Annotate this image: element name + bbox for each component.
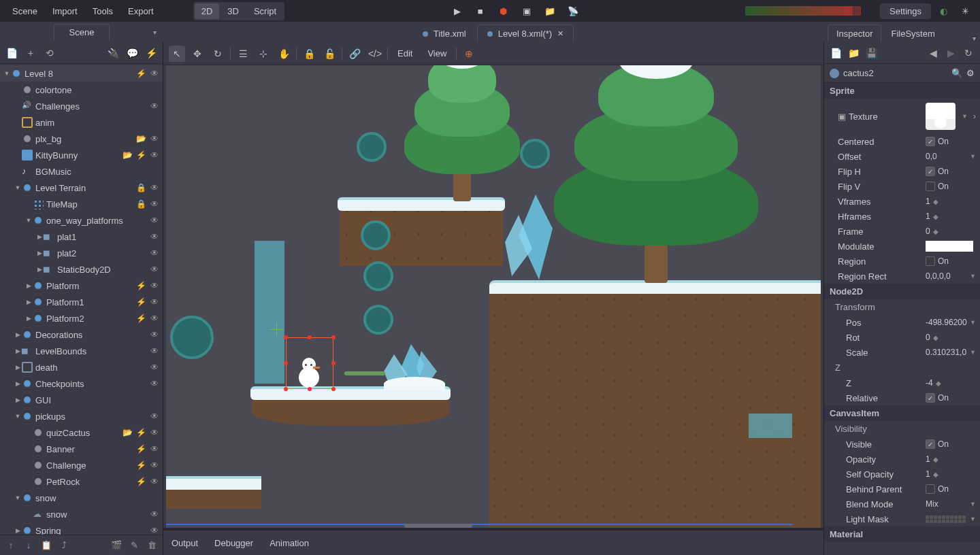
save-resource-icon[interactable]: 💾 bbox=[865, 47, 877, 59]
eye-icon[interactable]: 👁 bbox=[149, 215, 160, 226]
scene-tree[interactable]: ▼Level 8⚡👁colortone🔊Challenges👁animplx_b… bbox=[0, 64, 163, 535]
checkbox[interactable] bbox=[926, 256, 935, 266]
eye-icon[interactable]: 👁 bbox=[149, 346, 160, 356]
code-tool-icon[interactable]: </> bbox=[367, 46, 383, 62]
viewport-h-scrollbar[interactable] bbox=[404, 524, 472, 528]
texture-dropdown-icon[interactable]: ▼ bbox=[962, 113, 968, 120]
spinner-icon[interactable]: ◆ bbox=[936, 380, 941, 387]
tab-title-xml[interactable]: Title.xml bbox=[413, 25, 476, 42]
tree-node-banner[interactable]: Banner⚡👁 bbox=[0, 441, 163, 457]
prop-value[interactable]: 1 bbox=[926, 454, 930, 464]
menu-scene[interactable]: Scene bbox=[5, 3, 44, 19]
rotate-tool-icon[interactable]: ↻ bbox=[210, 46, 226, 62]
delete-icon[interactable]: 🗑 bbox=[145, 539, 159, 552]
dropdown-arrow-icon[interactable]: ▼ bbox=[970, 501, 976, 507]
eye-icon[interactable]: 👁 bbox=[149, 411, 160, 422]
anchor-tool-icon[interactable]: ⊕ bbox=[461, 46, 477, 62]
history-back-icon[interactable]: ◀ bbox=[927, 47, 939, 59]
dropdown-arrow-icon[interactable]: ▼ bbox=[970, 273, 976, 280]
tree-node-petrock[interactable]: PetRock⚡👁 bbox=[0, 473, 163, 490]
expand-arrow[interactable]: ▼ bbox=[3, 70, 11, 77]
stop-icon[interactable]: ■ bbox=[471, 3, 490, 19]
tree-node-level-8[interactable]: ▼Level 8⚡👁 bbox=[0, 65, 163, 82]
play-scene-icon[interactable]: ▣ bbox=[517, 3, 536, 19]
tree-node-bgmusic[interactable]: ♪BGMusic bbox=[0, 163, 163, 180]
eye-icon[interactable]: 👁 bbox=[149, 133, 160, 144]
tree-node-platform[interactable]: ▶Platform⚡👁 bbox=[0, 278, 163, 294]
html5-icon[interactable]: ⬢ bbox=[494, 3, 513, 19]
tree-node-challenge[interactable]: Challenge⚡👁 bbox=[0, 457, 163, 473]
script-icon[interactable]: ⚡ bbox=[135, 68, 146, 79]
eye-icon[interactable]: 👁 bbox=[149, 150, 160, 161]
tree-node-anim[interactable]: anim bbox=[0, 114, 163, 131]
light-mask-grid[interactable] bbox=[926, 516, 966, 523]
search-icon[interactable]: 🔍 bbox=[951, 68, 962, 78]
clapper-icon[interactable]: 🎬 bbox=[110, 539, 123, 552]
expand-arrow[interactable]: ▶ bbox=[14, 527, 22, 534]
script-icon[interactable]: ⚡ bbox=[135, 460, 146, 471]
eye-icon[interactable]: 👁 bbox=[149, 313, 160, 324]
duplicate-icon[interactable]: 📋 bbox=[39, 539, 53, 552]
new-resource-icon[interactable]: 📄 bbox=[830, 47, 842, 59]
prop-value[interactable]: 0 bbox=[926, 333, 930, 342]
prop-value[interactable]: 0.310231,0 bbox=[926, 348, 966, 357]
prop-value[interactable]: Mix bbox=[926, 499, 938, 509]
eye-icon[interactable]: 👁 bbox=[149, 101, 160, 112]
expand-arrow[interactable]: ▶ bbox=[14, 380, 22, 387]
expand-arrow[interactable]: ▶ bbox=[14, 331, 22, 338]
eye-icon[interactable]: 👁 bbox=[149, 525, 160, 535]
expand-arrow[interactable]: ▶ bbox=[14, 348, 22, 354]
eye-icon[interactable]: 👁 bbox=[149, 460, 160, 471]
connect-icon[interactable]: 🔌 bbox=[105, 46, 120, 61]
open-icon[interactable]: 📂 bbox=[135, 133, 146, 144]
prop-value[interactable]: 0,0,0,0 bbox=[926, 271, 951, 281]
play-icon[interactable]: ▶ bbox=[448, 3, 467, 19]
prop-value[interactable]: 1 bbox=[926, 212, 930, 221]
expand-arrow[interactable]: ▼ bbox=[14, 184, 22, 191]
spinner-icon[interactable]: ◆ bbox=[933, 228, 938, 235]
new-node-icon[interactable]: 📄 bbox=[4, 46, 19, 61]
checkbox[interactable] bbox=[926, 182, 935, 191]
eye-icon[interactable]: 👁 bbox=[149, 443, 160, 454]
checkbox[interactable]: ✓ bbox=[926, 137, 935, 146]
prop-value[interactable]: -498.96200 bbox=[926, 318, 967, 327]
settings-button[interactable]: Settings bbox=[880, 3, 931, 19]
eye-icon[interactable]: 👁 bbox=[149, 509, 160, 520]
tree-node-decorations[interactable]: ▶Decorations👁 bbox=[0, 326, 163, 343]
output-tab[interactable]: Output bbox=[172, 538, 198, 548]
expand-arrow[interactable]: ▶ bbox=[35, 250, 44, 256]
checkbox[interactable] bbox=[926, 484, 935, 494]
tree-node-plx_bg[interactable]: plx_bg📂👁 bbox=[0, 131, 163, 147]
prop-value[interactable]: 0,0 bbox=[926, 152, 937, 161]
eye-icon[interactable]: 👁 bbox=[149, 362, 160, 373]
lock-icon[interactable]: 🔒 bbox=[135, 182, 146, 193]
script-icon[interactable]: ⚡ bbox=[135, 313, 146, 324]
open-resource-icon[interactable]: 📁 bbox=[847, 47, 860, 59]
tree-node-one_way_platforms[interactable]: ▼one_way_platforms👁 bbox=[0, 212, 163, 229]
eye-icon[interactable]: 👁 bbox=[149, 378, 160, 389]
tree-node-plat2[interactable]: ▶▅plat2👁 bbox=[0, 245, 163, 261]
tree-node-spring[interactable]: ▶Spring👁 bbox=[0, 522, 163, 535]
tree-node-levelbounds[interactable]: ▶▅LevelBounds👁 bbox=[0, 343, 163, 359]
eye-icon[interactable]: 👁 bbox=[149, 199, 160, 209]
scene-dock-tab[interactable]: Scene bbox=[54, 24, 110, 40]
tree-node-platform1[interactable]: ▶Platform1⚡👁 bbox=[0, 294, 163, 310]
script-icon[interactable]: ⚡ bbox=[135, 150, 146, 161]
texture-thumbnail[interactable] bbox=[926, 103, 956, 130]
spinner-icon[interactable]: ◆ bbox=[933, 198, 938, 205]
eye-icon[interactable]: 👁 bbox=[149, 248, 160, 258]
animation-tab[interactable]: Animation bbox=[270, 538, 309, 548]
edit-menu[interactable]: Edit bbox=[392, 48, 418, 58]
tree-node-challenges[interactable]: 🔊Challenges👁 bbox=[0, 98, 163, 114]
tree-node-plat1[interactable]: ▶▅plat1👁 bbox=[0, 229, 163, 245]
script-icon[interactable]: ⚡ bbox=[135, 297, 146, 307]
spinner-icon[interactable]: ◆ bbox=[933, 471, 938, 478]
spinner-icon[interactable]: ◆ bbox=[933, 213, 938, 220]
tree-node-staticbody2d[interactable]: ▶▅StaticBody2D👁 bbox=[0, 261, 163, 278]
eye-icon[interactable]: 👁 bbox=[149, 427, 160, 438]
spinner-icon[interactable]: ◆ bbox=[933, 334, 938, 341]
prop-value[interactable]: 1 bbox=[926, 469, 930, 479]
view-menu[interactable]: View bbox=[422, 48, 452, 58]
tree-node-snow[interactable]: ▼snow bbox=[0, 490, 163, 506]
checkbox[interactable]: ✓ bbox=[926, 167, 935, 176]
